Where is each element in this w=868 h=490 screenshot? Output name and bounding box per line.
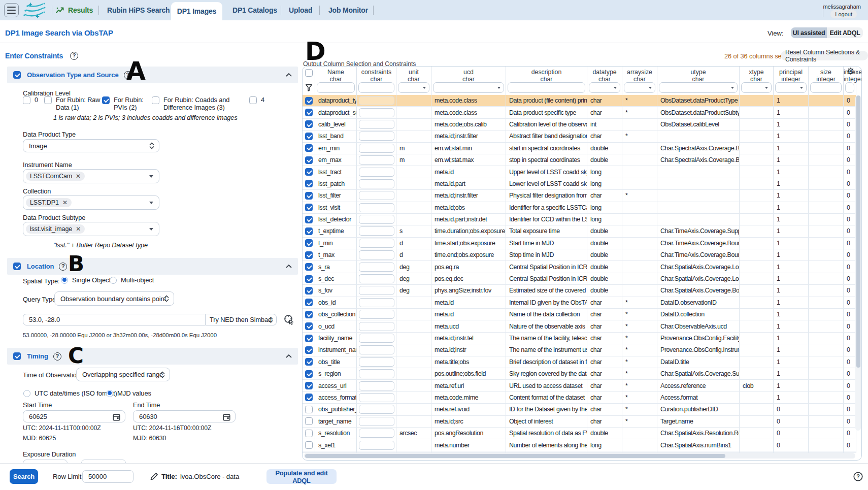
calib-checkbox-raw[interactable]	[44, 96, 52, 104]
table-row-s_fov[interactable]: s_fovdegphys.angSize;instr.fovEstimated …	[303, 285, 856, 297]
row-checkbox[interactable]	[305, 227, 313, 235]
cell-constraints[interactable]	[357, 356, 396, 368]
table-row-em_min[interactable]: em_minmem.wl;stat.minstart in spectral c…	[303, 143, 856, 154]
cell-sel[interactable]	[303, 356, 315, 368]
multi-object-radio-icon[interactable]	[110, 277, 117, 284]
table-row-t_min[interactable]: t_mindtime.start;obs.exposureStart time …	[303, 238, 856, 249]
query-type-select[interactable]: Observation boundary contains point	[54, 291, 174, 306]
row-checkbox[interactable]	[305, 168, 313, 176]
table-row-o_ucd[interactable]: o_ucdmeta.ucdNature of the observable ax…	[303, 320, 856, 332]
cell-sel[interactable]	[303, 154, 315, 166]
calib-checkbox-coadds[interactable]	[152, 96, 159, 104]
cell-sel[interactable]	[303, 202, 315, 213]
section-timing-header[interactable]: Timing ?	[7, 348, 298, 365]
constraint-input[interactable]	[359, 263, 394, 272]
table-row-facility_name[interactable]: facility_namemeta.id;instr.telThe name o…	[303, 333, 856, 344]
table-row-obs_publisher_did[interactable]: obs_publisher_didmeta.ref.ivoidID for th…	[303, 404, 856, 415]
constraint-input[interactable]	[359, 441, 394, 450]
horizontal-scrollbar-thumb[interactable]	[305, 454, 725, 458]
logout-button[interactable]: Logout	[830, 10, 857, 18]
row-checkbox[interactable]	[305, 97, 313, 105]
cell-constraints[interactable]	[357, 154, 396, 166]
row-checkbox[interactable]	[305, 251, 313, 259]
constraint-input[interactable]	[359, 274, 394, 283]
row-checkbox[interactable]	[305, 335, 313, 342]
column-header-principal[interactable]: principalinteger	[774, 67, 809, 95]
row-limit-input[interactable]: 50000	[82, 470, 133, 483]
cell-sel[interactable]	[303, 297, 315, 308]
view-ui-assisted-button[interactable]: UI assisted	[791, 27, 827, 38]
enter-constraints-help-icon[interactable]: ?	[70, 52, 78, 60]
table-row-s_xel1[interactable]: s_xel1meta.numberNumber of elements alon…	[303, 439, 856, 451]
table-row-lsst_patch[interactable]: lsst_patchmeta.id.partLower level of LSS…	[303, 178, 856, 190]
mjd-radio-icon[interactable]	[106, 390, 113, 397]
filter-principal-select[interactable]	[775, 82, 807, 93]
cell-constraints[interactable]	[357, 416, 396, 427]
row-checkbox[interactable]	[305, 263, 313, 271]
row-checkbox[interactable]	[305, 216, 313, 223]
row-checkbox[interactable]	[305, 204, 313, 211]
cell-sel[interactable]	[303, 178, 315, 189]
constraint-input[interactable]	[359, 155, 394, 165]
menu-hamburger-button[interactable]	[4, 3, 19, 17]
column-header-xtype[interactable]: xtypechar	[740, 67, 774, 95]
cell-sel[interactable]	[303, 130, 315, 142]
cell-constraints[interactable]	[357, 238, 396, 249]
row-checkbox[interactable]	[305, 394, 313, 401]
row-checkbox[interactable]	[305, 406, 313, 413]
filter-description-input[interactable]	[508, 82, 585, 93]
calib-option-pvi[interactable]: For Rubin: PVIs (2)	[102, 96, 148, 111]
constraint-input[interactable]	[359, 334, 394, 343]
table-row-lsst_tract[interactable]: lsst_tractmeta.idUpper level of LSST coa…	[303, 166, 856, 178]
cell-constraints[interactable]	[357, 273, 396, 284]
constraint-input[interactable]	[359, 168, 394, 177]
cell-constraints[interactable]	[357, 178, 396, 189]
cell-sel[interactable]	[303, 285, 315, 296]
row-checkbox[interactable]	[305, 299, 313, 306]
column-header-datatype[interactable]: datatypechar	[587, 67, 622, 95]
cell-sel[interactable]	[303, 439, 315, 450]
cell-sel[interactable]	[303, 392, 315, 403]
constraint-input[interactable]	[359, 298, 394, 307]
table-row-lsst_filter[interactable]: lsst_filtermeta.id;instr.filterPhysical …	[303, 190, 856, 202]
row-checkbox[interactable]	[305, 441, 313, 449]
calib-option-4[interactable]: 4	[249, 96, 268, 104]
section-location-header[interactable]: Location ?	[7, 258, 298, 275]
constraint-input[interactable]	[359, 393, 394, 402]
constraint-input[interactable]	[359, 179, 394, 188]
tab-job-monitor[interactable]: Job Monitor	[328, 0, 368, 20]
row-checkbox[interactable]	[305, 430, 313, 437]
calib-option-raw[interactable]: For Rubin: Raw Data (1)	[44, 96, 103, 111]
constraint-input[interactable]	[359, 310, 394, 319]
cell-sel[interactable]	[303, 107, 315, 118]
row-checkbox[interactable]	[305, 180, 313, 187]
instrument-name-combobox[interactable]: LSSTComCam ✕	[23, 169, 159, 183]
table-row-lsst_band[interactable]: lsst_bandmeta.id;instr.filterAbstract fi…	[303, 130, 856, 142]
filter-arraysize-select[interactable]	[624, 82, 655, 93]
cell-sel[interactable]	[303, 273, 315, 284]
table-row-s_dec[interactable]: s_decdegpos.eq.decCentral Spatial Positi…	[303, 273, 856, 285]
cell-constraints[interactable]	[357, 190, 396, 201]
section-observation-collapse-icon[interactable]	[286, 73, 292, 77]
row-checkbox[interactable]	[305, 144, 313, 152]
row-checkbox[interactable]	[305, 287, 313, 295]
filter-size-input[interactable]	[810, 82, 842, 93]
table-vertical-scrollbar[interactable]	[855, 95, 861, 431]
subtype-chip-remove-icon[interactable]: ✕	[76, 225, 81, 233]
column-header-utype[interactable]: utypechar	[657, 67, 740, 95]
cell-constraints[interactable]	[357, 107, 396, 118]
table-row-target_name[interactable]: target_namemeta.id;srcObject of interest…	[303, 416, 856, 428]
table-row-access_url[interactable]: access_urlmeta.ref.urlURL used to access…	[303, 380, 856, 391]
cell-constraints[interactable]	[357, 261, 396, 272]
row-checkbox[interactable]	[305, 370, 313, 378]
constraint-input[interactable]	[359, 286, 394, 295]
tab-dp1-images[interactable]: DP1 Images	[171, 2, 222, 20]
cell-sel[interactable]	[303, 404, 315, 415]
calendar-icon[interactable]	[223, 413, 230, 421]
vertical-scrollbar-thumb[interactable]	[856, 95, 860, 368]
cell-constraints[interactable]	[357, 368, 396, 379]
section-location-checkbox[interactable]	[13, 263, 21, 270]
cell-constraints[interactable]	[357, 297, 396, 308]
cell-constraints[interactable]	[357, 95, 396, 106]
cell-constraints[interactable]	[357, 202, 396, 213]
